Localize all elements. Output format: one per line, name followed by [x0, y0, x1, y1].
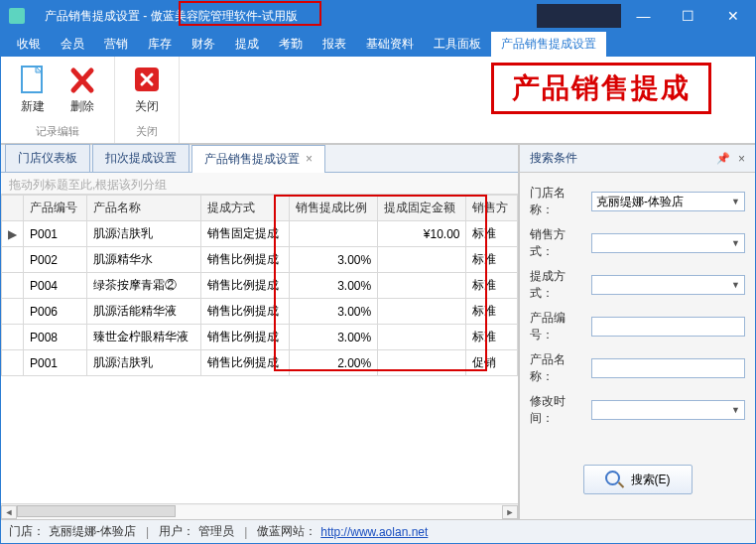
- search-panel: 搜索条件 📌 × 门店名称：克丽缇娜-体验店▼ 销售方式：▼ 提成方式：▼ 产品…: [519, 145, 755, 519]
- table-row[interactable]: P002肌源精华水销售比例提成3.00%标准: [2, 247, 518, 273]
- ribbon: 新建 删除 记录编辑 关闭 关闭 产品销售提成: [1, 57, 755, 144]
- status-site-link[interactable]: http://www.aolan.net: [320, 525, 428, 539]
- col-code[interactable]: 产品编号: [24, 196, 87, 221]
- col-ratio[interactable]: 销售提成比例: [289, 196, 377, 221]
- search-panel-title: 搜索条件: [530, 150, 577, 167]
- salemethod-select[interactable]: ▼: [591, 233, 745, 253]
- menu-inventory[interactable]: 库存: [138, 32, 182, 57]
- horizontal-scrollbar[interactable]: ◄ ►: [1, 503, 518, 519]
- label-salemethod: 销售方式：: [530, 226, 585, 260]
- col-sale[interactable]: 销售方: [466, 196, 518, 221]
- menu-commission[interactable]: 提成: [225, 32, 269, 57]
- col-fixed[interactable]: 提成固定金额: [378, 196, 466, 221]
- status-user-value: 管理员: [198, 523, 234, 540]
- tab-product-commission[interactable]: 产品销售提成设置×: [191, 145, 325, 173]
- commmethod-select[interactable]: ▼: [591, 275, 745, 295]
- close-icon: [131, 65, 163, 96]
- menu-toolpanel[interactable]: 工具面板: [424, 32, 491, 57]
- tab-close-icon[interactable]: ×: [306, 152, 313, 166]
- pin-icon[interactable]: 📌: [716, 152, 730, 165]
- search-icon: [605, 471, 623, 488]
- grid[interactable]: 产品编号 产品名称 提成方式 销售提成比例 提成固定金额 销售方 ▶P001肌源…: [1, 195, 518, 519]
- table-row[interactable]: ▶P001肌源洁肤乳销售固定提成¥10.00标准: [2, 221, 518, 247]
- scroll-thumb[interactable]: [17, 505, 176, 517]
- menu-bar: 收银 会员 营销 库存 财务 提成 考勤 报表 基础资料 工具面板 产品销售提成…: [1, 31, 755, 57]
- label-name: 产品名称：: [530, 351, 585, 385]
- titlebar-dark-tab: [537, 4, 621, 28]
- table-row[interactable]: P006肌源活能精华液销售比例提成3.00%标准: [2, 299, 518, 325]
- chevron-down-icon: ▼: [731, 280, 740, 290]
- ribbon-group-close: 关闭 关闭: [115, 57, 180, 143]
- app-icon: [9, 8, 25, 24]
- code-input[interactable]: [591, 317, 745, 337]
- label-modified: 修改时间：: [530, 393, 585, 427]
- menu-marketing[interactable]: 营销: [94, 32, 138, 57]
- status-user-label: 用户：: [159, 523, 194, 540]
- title-bar: 产品销售提成设置 - 傲蓝美容院管理软件-试用版 — ☐ ✕: [1, 1, 755, 31]
- ribbon-group-label-record: 记录编辑: [36, 120, 79, 143]
- status-bar: 门店： 克丽缇娜-体验店 | 用户： 管理员 | 傲蓝网站： http://ww…: [1, 519, 755, 543]
- menu-attendance[interactable]: 考勤: [269, 32, 313, 57]
- menu-member[interactable]: 会员: [51, 32, 94, 57]
- maximize-button[interactable]: ☐: [666, 1, 710, 31]
- label-commmethod: 提成方式：: [530, 268, 585, 302]
- menu-finance[interactable]: 财务: [182, 32, 225, 57]
- group-hint: 拖动列标题至此,根据该列分组: [1, 173, 518, 195]
- search-button[interactable]: 搜索(E): [583, 465, 693, 494]
- status-store-value: 克丽缇娜-体验店: [49, 523, 136, 540]
- chevron-down-icon: ▼: [731, 238, 740, 248]
- col-marker: [2, 196, 24, 221]
- status-store-label: 门店：: [9, 523, 45, 540]
- col-name[interactable]: 产品名称: [87, 196, 201, 221]
- scroll-right-icon[interactable]: ►: [502, 505, 518, 519]
- close-window-button[interactable]: ✕: [710, 1, 755, 31]
- menu-cashier[interactable]: 收银: [7, 32, 51, 57]
- ribbon-group-label-close: 关闭: [136, 120, 158, 143]
- status-site-label: 傲蓝网站：: [257, 523, 316, 540]
- table-row[interactable]: P008臻世金柠眼精华液销售比例提成3.00%标准: [2, 325, 518, 350]
- panel-close-icon[interactable]: ×: [738, 152, 745, 166]
- scroll-left-icon[interactable]: ◄: [1, 505, 17, 519]
- delete-icon: [66, 65, 98, 96]
- modified-select[interactable]: ▼: [591, 400, 745, 420]
- label-store: 门店名称：: [530, 185, 585, 218]
- document-tabs: 门店仪表板 扣次提成设置 产品销售提成设置×: [1, 145, 518, 173]
- new-button[interactable]: 新建: [11, 63, 55, 117]
- chevron-down-icon: ▼: [731, 405, 740, 415]
- tab-deduct-commission[interactable]: 扣次提成设置: [92, 144, 189, 172]
- name-input[interactable]: [591, 358, 745, 378]
- banner: 产品销售提成: [491, 63, 711, 114]
- chevron-down-icon: ▼: [731, 197, 740, 206]
- new-icon: [17, 65, 49, 96]
- store-select[interactable]: 克丽缇娜-体验店▼: [591, 192, 745, 211]
- tab-dashboard[interactable]: 门店仪表板: [5, 144, 90, 172]
- window-title: 产品销售提成设置 - 傲蓝美容院管理软件-试用版: [45, 8, 298, 25]
- table-row[interactable]: P001肌源洁肤乳销售比例提成2.00%促销: [2, 350, 518, 376]
- col-method[interactable]: 提成方式: [200, 196, 289, 221]
- menu-basedata[interactable]: 基础资料: [356, 32, 424, 57]
- label-code: 产品编号：: [530, 310, 585, 343]
- table-row[interactable]: P004绿茶按摩青霜②销售比例提成3.00%标准: [2, 273, 518, 299]
- ribbon-group-record: 新建 删除 记录编辑: [1, 57, 115, 143]
- left-pane: 门店仪表板 扣次提成设置 产品销售提成设置× 拖动列标题至此,根据该列分组 产品…: [1, 145, 519, 519]
- close-button[interactable]: 关闭: [125, 63, 169, 117]
- menu-product-commission[interactable]: 产品销售提成设置: [491, 32, 606, 57]
- menu-report[interactable]: 报表: [313, 32, 356, 57]
- minimize-button[interactable]: —: [621, 1, 666, 31]
- delete-button[interactable]: 删除: [61, 63, 104, 117]
